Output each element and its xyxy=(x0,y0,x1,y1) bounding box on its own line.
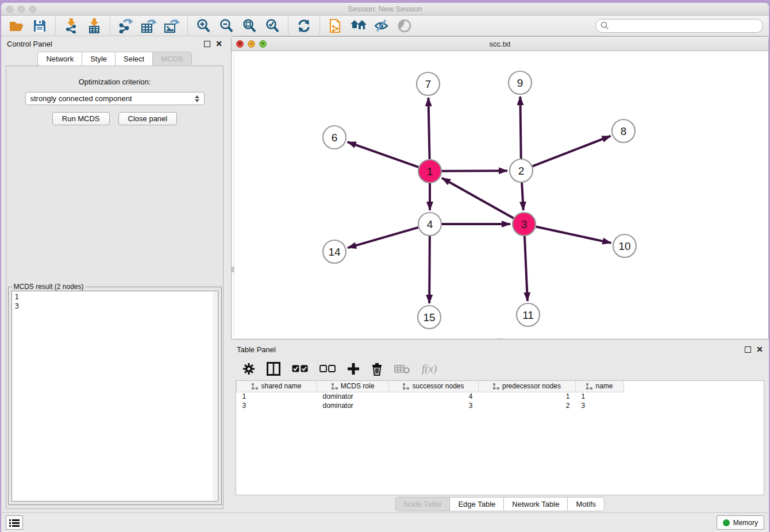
edge-1-6[interactable] xyxy=(348,142,419,167)
graph-node-9[interactable]: 9 xyxy=(509,71,532,94)
column-header-MCDS-role[interactable]: MCDS role xyxy=(317,381,389,392)
save-session-icon[interactable] xyxy=(31,18,48,34)
table-cell[interactable]: 1 xyxy=(237,392,317,401)
graph-node-7[interactable]: 7 xyxy=(417,72,440,95)
graph-node-15[interactable]: 15 xyxy=(418,306,441,329)
birdseye-view-icon[interactable] xyxy=(396,18,413,34)
gear-icon[interactable] xyxy=(242,363,255,375)
edge-1-2[interactable] xyxy=(442,171,507,171)
graph-node-4[interactable]: 4 xyxy=(418,213,441,236)
tab-mcds[interactable]: MCDS xyxy=(152,52,191,66)
show-all-networks-icon[interactable] xyxy=(350,18,367,34)
run-mcds-button[interactable]: Run MCDS xyxy=(52,112,110,125)
edge-2-3[interactable] xyxy=(522,183,523,210)
column-hierarchy-icon xyxy=(403,383,409,390)
tab-network[interactable]: Network xyxy=(37,52,82,66)
table-cell[interactable]: 1 xyxy=(576,392,624,401)
network-window-titlebar[interactable]: ✕ − + scc.txt xyxy=(232,37,768,51)
table-toolbar: f(x) xyxy=(231,357,769,380)
table-panel-tabs: Node TableEdge TableNetwork TableMotifs xyxy=(395,497,605,511)
table-tab-motifs[interactable]: Motifs xyxy=(567,497,605,511)
edge-2-9[interactable] xyxy=(520,97,521,159)
graph-node-14[interactable]: 14 xyxy=(323,240,346,263)
close-panel-icon[interactable]: ✕ xyxy=(215,41,222,47)
float-panel-icon[interactable] xyxy=(204,41,210,47)
graph-node-10[interactable]: 10 xyxy=(613,234,636,257)
select-all-checkboxes-icon[interactable] xyxy=(292,365,308,373)
vertical-scrollbar[interactable] xyxy=(232,51,234,338)
delete-table-icon[interactable] xyxy=(394,364,410,374)
memory-button[interactable]: Memory xyxy=(717,515,764,530)
result-line: 3 xyxy=(15,302,218,311)
graph-node-3[interactable]: 3 xyxy=(513,213,536,236)
table-tab-node-table[interactable]: Node Table xyxy=(395,497,450,511)
export-image-icon[interactable] xyxy=(163,18,180,34)
edge-4-15[interactable] xyxy=(429,236,430,303)
graph-node-8[interactable]: 8 xyxy=(612,119,635,142)
delete-column-icon[interactable] xyxy=(371,362,383,376)
column-layout-icon[interactable] xyxy=(267,362,280,376)
search-box[interactable] xyxy=(595,19,763,33)
import-network-icon[interactable] xyxy=(63,18,80,34)
mcds-tab-content: Optimization criterion: strongly connect… xyxy=(6,65,224,509)
mcds-result-list[interactable]: 13 xyxy=(11,291,218,502)
zoom-in-icon[interactable] xyxy=(195,18,212,34)
edge-2-8[interactable] xyxy=(533,136,611,167)
svg-text:7: 7 xyxy=(425,78,432,90)
table-cell[interactable]: 3 xyxy=(389,401,479,410)
edge-3-10[interactable] xyxy=(536,226,611,242)
graph-node-11[interactable]: 11 xyxy=(517,303,540,326)
table-panel-title: Table Panel xyxy=(237,345,276,354)
table-tab-network-table[interactable]: Network Table xyxy=(503,497,567,511)
edge-3-11[interactable] xyxy=(525,236,528,301)
edge-3-1[interactable] xyxy=(442,178,514,218)
table-cell[interactable]: 1 xyxy=(479,392,576,401)
table-cell[interactable]: 4 xyxy=(389,392,479,401)
tab-style[interactable]: Style xyxy=(82,52,115,66)
export-table-icon[interactable] xyxy=(140,18,157,34)
network-graph[interactable]: 1234678910111415 xyxy=(232,51,768,339)
import-table-icon[interactable] xyxy=(86,18,103,34)
network-canvas[interactable]: 1234678910111415 xyxy=(232,51,768,340)
zoom-out-icon[interactable] xyxy=(218,18,235,34)
title-bar[interactable]: Session: New Session xyxy=(1,3,769,16)
table-cell[interactable]: 3 xyxy=(237,401,317,410)
table-tab-edge-table[interactable]: Edge Table xyxy=(449,497,503,511)
table-row[interactable]: 3dominator323 xyxy=(237,401,624,410)
column-header-shared-name[interactable]: shared name xyxy=(237,381,317,392)
table-float-panel-icon[interactable] xyxy=(745,346,751,353)
add-column-icon[interactable] xyxy=(347,363,360,375)
criterion-select[interactable]: strongly connected component xyxy=(25,92,205,105)
refresh-icon[interactable] xyxy=(295,18,313,34)
table-cell[interactable]: dominator xyxy=(317,392,389,401)
result-scrollbar[interactable] xyxy=(213,292,217,500)
column-header-successor-nodes[interactable]: successor nodes xyxy=(389,381,479,392)
graph-node-6[interactable]: 6 xyxy=(323,126,346,149)
open-folder-icon[interactable] xyxy=(8,18,25,34)
table-cell[interactable]: dominator xyxy=(317,401,389,410)
export-network-icon[interactable] xyxy=(117,18,134,34)
table-cell[interactable]: 2 xyxy=(479,401,576,410)
table-row[interactable]: 1dominator411 xyxy=(237,392,624,401)
zoom-selected-icon[interactable] xyxy=(264,18,281,34)
graph-node-1[interactable]: 1 xyxy=(418,160,441,183)
column-header-name[interactable]: name xyxy=(576,381,624,392)
edge-4-14[interactable] xyxy=(348,228,418,248)
deselect-all-checkboxes-icon[interactable] xyxy=(319,365,336,373)
column-hierarchy-icon xyxy=(586,383,592,390)
close-panel-button[interactable]: Close panel xyxy=(118,112,178,125)
table-cell[interactable]: 3 xyxy=(576,401,624,410)
zoom-fit-icon[interactable] xyxy=(241,18,258,34)
tab-select[interactable]: Select xyxy=(115,52,152,66)
task-history-button[interactable] xyxy=(6,515,23,530)
duplicate-network-icon[interactable] xyxy=(327,18,344,34)
node-table[interactable]: shared nameMCDS rolesuccessor nodesprede… xyxy=(236,380,764,495)
table-close-panel-icon[interactable]: ✕ xyxy=(756,346,763,353)
graph-node-2[interactable]: 2 xyxy=(510,159,533,182)
mcds-result-title: MCDS result (2 nodes) xyxy=(12,283,86,291)
svg-text:9: 9 xyxy=(517,77,523,89)
search-input[interactable] xyxy=(609,22,763,30)
hide-details-icon[interactable] xyxy=(373,18,390,34)
column-header-predecessor-nodes[interactable]: predecessor nodes xyxy=(479,381,576,392)
edge-1-7[interactable] xyxy=(428,98,429,159)
